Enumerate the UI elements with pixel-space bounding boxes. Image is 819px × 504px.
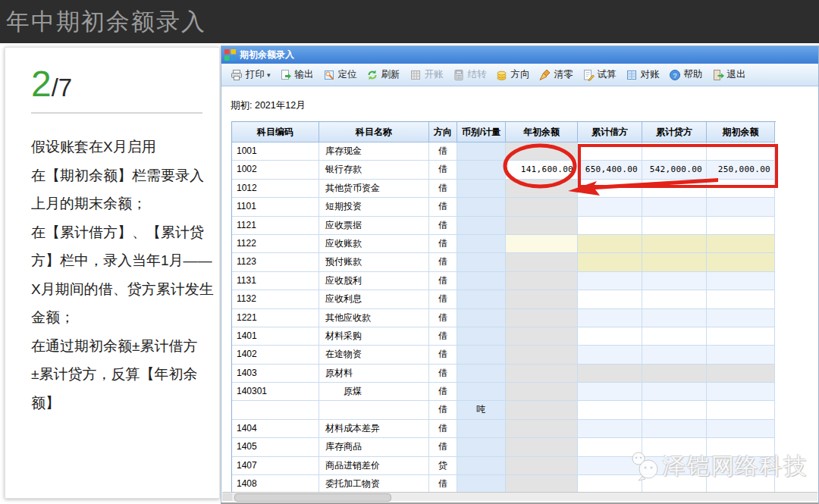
toolbar-button-open-account[interactable]: 开账	[405, 67, 448, 83]
cell-year-begin-balance[interactable]	[506, 475, 578, 493]
toolbar-button-carryover[interactable]: 结转	[448, 67, 491, 83]
cell-opening-balance[interactable]	[707, 217, 775, 235]
cell-currency-unit[interactable]	[457, 309, 506, 327]
cell-account-code[interactable]: 1407	[232, 457, 319, 475]
cell-accumulated-debit[interactable]	[578, 401, 642, 419]
cell-account-name[interactable]: 其他货币资金	[319, 180, 429, 198]
cell-opening-balance[interactable]	[707, 420, 775, 438]
cell-accumulated-credit[interactable]	[642, 327, 707, 346]
cell-account-name[interactable]: 原材料	[319, 365, 429, 383]
cell-account-name[interactable]: 商品进销差价	[319, 457, 429, 475]
cell-direction[interactable]: 借	[429, 253, 457, 271]
cell-year-begin-balance[interactable]	[506, 272, 578, 290]
cell-opening-balance[interactable]	[707, 327, 775, 346]
cell-accumulated-debit[interactable]	[578, 198, 642, 216]
cell-opening-balance[interactable]	[707, 401, 775, 419]
cell-account-name[interactable]: 库存现金	[319, 142, 429, 161]
cell-accumulated-debit[interactable]	[578, 290, 642, 308]
cell-year-begin-balance[interactable]	[506, 235, 578, 253]
cell-year-begin-balance[interactable]	[506, 420, 578, 438]
cell-direction[interactable]: 借	[429, 475, 457, 493]
cell-account-code[interactable]: 1405	[232, 438, 319, 456]
cell-accumulated-debit[interactable]	[578, 272, 642, 290]
cell-accumulated-credit[interactable]	[642, 198, 707, 216]
cell-direction[interactable]: 借	[429, 401, 457, 419]
cell-opening-balance[interactable]	[707, 198, 775, 216]
toolbar-button-exit[interactable]: 退出	[708, 67, 751, 83]
cell-direction[interactable]: 借	[429, 180, 457, 198]
cell-currency-unit[interactable]	[457, 253, 506, 271]
cell-accumulated-credit[interactable]	[642, 290, 707, 308]
cell-account-name[interactable]: 材料成本差异	[319, 420, 429, 438]
scroll-left-button[interactable]	[222, 493, 232, 501]
cell-account-code[interactable]: 1402	[232, 346, 319, 364]
cell-account-name[interactable]: 银行存款	[319, 161, 429, 179]
toolbar-button-locate[interactable]: 定位	[318, 67, 362, 83]
toolbar-button-refresh[interactable]: 刷新	[362, 67, 405, 83]
cell-currency-unit[interactable]	[457, 198, 506, 216]
window-titlebar[interactable]: 期初余额录入	[221, 46, 818, 64]
cell-currency-unit[interactable]	[457, 235, 506, 253]
cell-account-name[interactable]: 短期投资	[319, 198, 429, 216]
cell-year-begin-balance[interactable]	[506, 383, 578, 401]
toolbar-button-trial-balance[interactable]: 试算	[578, 67, 621, 83]
cell-account-name[interactable]: 应收票据	[319, 217, 429, 235]
cell-account-code[interactable]: 140301	[232, 383, 319, 401]
cell-year-begin-balance[interactable]	[506, 457, 578, 475]
toolbar-button-clear[interactable]: 清零	[535, 67, 578, 83]
cell-account-code[interactable]: 1408	[232, 475, 319, 493]
cell-direction[interactable]: 借	[429, 198, 457, 216]
cell-currency-unit[interactable]	[457, 142, 506, 161]
cell-account-code[interactable]: 1401	[232, 327, 319, 346]
horizontal-scrollbar[interactable]	[222, 492, 817, 501]
cell-direction[interactable]: 借	[429, 309, 457, 327]
cell-account-code[interactable]: 1221	[232, 309, 319, 327]
cell-direction[interactable]: 借	[429, 290, 457, 308]
cell-year-begin-balance[interactable]	[506, 327, 578, 346]
toolbar-button-reconcile[interactable]: 对账	[621, 67, 664, 83]
cell-accumulated-debit[interactable]	[578, 327, 642, 346]
cell-currency-unit[interactable]: 吨	[457, 401, 506, 419]
cell-direction[interactable]: 借	[429, 235, 457, 253]
cell-account-name[interactable]: 库存商品	[319, 438, 429, 456]
cell-accumulated-debit[interactable]	[578, 253, 642, 271]
cell-opening-balance[interactable]	[707, 253, 775, 271]
cell-opening-balance[interactable]	[707, 142, 775, 161]
cell-opening-balance[interactable]	[707, 272, 775, 290]
toolbar-button-direction[interactable]: 方向	[491, 67, 535, 83]
cell-year-begin-balance[interactable]	[506, 346, 578, 364]
cell-account-name[interactable]: 材料采购	[319, 327, 429, 346]
cell-currency-unit[interactable]	[457, 438, 506, 456]
cell-currency-unit[interactable]	[457, 365, 506, 383]
cell-year-begin-balance[interactable]	[506, 198, 578, 216]
cell-currency-unit[interactable]	[457, 180, 506, 198]
cell-opening-balance[interactable]	[707, 235, 775, 253]
chevron-down-icon[interactable]: ▾	[267, 71, 271, 79]
cell-account-code[interactable]: 1001	[232, 142, 319, 161]
cell-direction[interactable]: 借	[429, 383, 457, 401]
cell-year-begin-balance[interactable]	[506, 290, 578, 308]
cell-currency-unit[interactable]	[457, 161, 506, 179]
cell-currency-unit[interactable]	[457, 383, 506, 401]
cell-direction[interactable]: 借	[429, 327, 457, 346]
cell-account-code[interactable]: 1122	[232, 235, 319, 253]
cell-year-begin-balance[interactable]: 141,600.00	[506, 161, 578, 179]
cell-account-code[interactable]: 1123	[232, 253, 319, 271]
cell-accumulated-credit[interactable]	[642, 253, 707, 271]
cell-account-code[interactable]	[232, 401, 319, 419]
cell-direction[interactable]: 借	[429, 142, 457, 161]
cell-accumulated-debit[interactable]	[578, 142, 642, 161]
cell-currency-unit[interactable]	[457, 327, 506, 346]
cell-accumulated-credit[interactable]	[642, 401, 707, 419]
cell-accumulated-debit[interactable]	[578, 217, 642, 235]
cell-opening-balance[interactable]	[707, 290, 775, 308]
cell-year-begin-balance[interactable]	[506, 253, 578, 271]
cell-currency-unit[interactable]	[457, 217, 506, 235]
cell-accumulated-debit[interactable]	[578, 365, 642, 383]
cell-account-code[interactable]: 1131	[232, 272, 319, 290]
cell-account-code[interactable]: 1132	[232, 290, 319, 308]
cell-account-code[interactable]: 1101	[232, 198, 319, 216]
cell-accumulated-debit[interactable]	[578, 309, 642, 327]
cell-opening-balance[interactable]	[707, 365, 775, 383]
cell-accumulated-credit[interactable]	[642, 346, 707, 364]
